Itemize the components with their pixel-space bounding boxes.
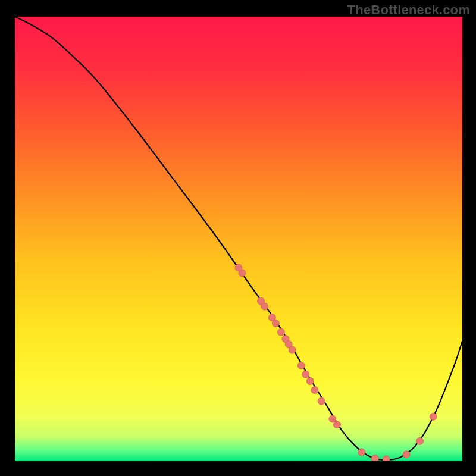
data-point [277,328,284,336]
data-point [311,386,318,393]
data-point [333,421,340,428]
data-point [430,413,437,420]
data-point [318,397,325,405]
data-point [371,455,378,462]
watermark-text: TheBottleneck.com [347,2,470,18]
data-point [329,415,336,422]
chart-canvas [0,0,476,476]
data-point [272,320,279,327]
data-point [306,378,314,385]
data-point [383,456,390,463]
data-point [416,437,424,444]
chart-frame: TheBottleneck.com [0,0,476,476]
data-point [298,362,305,369]
data-point [239,270,246,277]
data-point [302,371,309,378]
data-point [261,303,268,310]
data-point [403,451,410,458]
plot-background [15,17,462,461]
data-point [358,449,365,456]
data-point [289,346,296,353]
